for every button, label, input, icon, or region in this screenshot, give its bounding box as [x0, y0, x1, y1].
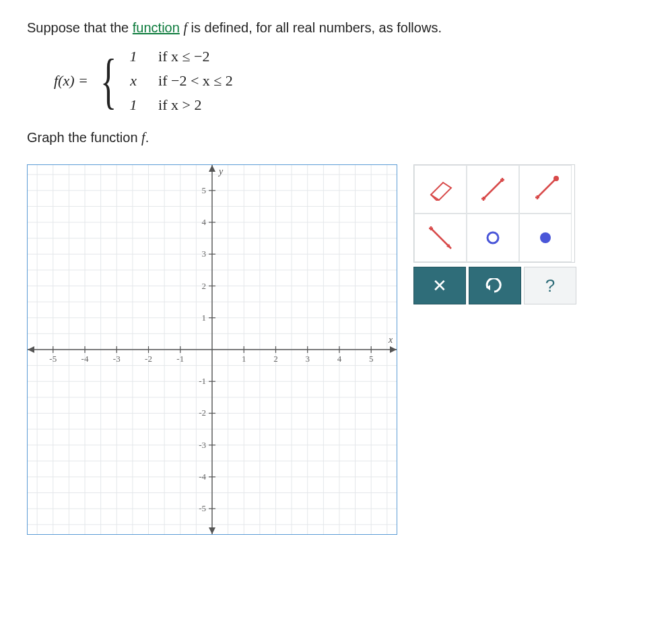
closed-point-tool[interactable] — [519, 214, 572, 262]
svg-text:3: 3 — [305, 354, 310, 364]
lhs: f(x) = — [54, 72, 88, 90]
brace: { — [100, 53, 116, 109]
svg-text:3: 3 — [202, 249, 207, 259]
svg-line-99 — [537, 180, 555, 197]
svg-marker-50 — [209, 165, 215, 172]
svg-text:x: x — [388, 335, 393, 345]
segment-open-closed-tool[interactable] — [519, 165, 572, 214]
undo-button[interactable] — [469, 267, 521, 304]
prompt2-post: . — [145, 130, 149, 145]
svg-text:-4: -4 — [81, 354, 89, 364]
svg-text:1: 1 — [242, 354, 246, 364]
svg-text:-5: -5 — [49, 354, 57, 364]
svg-marker-49 — [28, 346, 34, 353]
svg-text:4: 4 — [202, 217, 207, 227]
function-link[interactable]: function — [133, 20, 180, 35]
svg-text:1: 1 — [202, 313, 207, 323]
graph-canvas[interactable]: -5-4-3-2-112345-5-4-3-2-112345xy — [27, 164, 397, 535]
case-3-value: 1 — [127, 96, 139, 114]
svg-text:-3: -3 — [199, 440, 206, 450]
case-1-condition: if x ≤ −2 — [158, 48, 233, 65]
svg-text:y: y — [217, 166, 224, 176]
svg-text:-4: -4 — [199, 472, 206, 482]
question-intro: Suppose that the function f is defined, … — [27, 20, 645, 36]
svg-text:-2: -2 — [145, 354, 152, 364]
clear-button[interactable]: ✕ — [413, 267, 466, 304]
piecewise-definition: f(x) = { 1 if x ≤ −2 x if −2 < x ≤ 2 1 i… — [54, 48, 645, 114]
segment-closed-endpoints-tool[interactable] — [467, 165, 519, 214]
prompt2-pre: Graph the function — [27, 130, 141, 145]
intro-post: is defined, for all real numbers, as fol… — [187, 20, 442, 35]
svg-marker-51 — [209, 527, 215, 534]
svg-marker-48 — [390, 346, 397, 353]
ray-tool[interactable] — [414, 214, 467, 262]
case-1-value: 1 — [127, 48, 139, 65]
svg-text:2: 2 — [273, 354, 278, 364]
case-2-condition: if −2 < x ≤ 2 — [158, 72, 233, 90]
toolbox: ✕ ? — [413, 164, 575, 304]
svg-text:-1: -1 — [199, 376, 206, 386]
case-3-condition: if x > 2 — [158, 96, 233, 114]
svg-point-109 — [488, 232, 498, 243]
svg-point-110 — [540, 232, 551, 243]
eraser-tool[interactable] — [414, 165, 467, 214]
svg-text:5: 5 — [369, 354, 374, 364]
graph-prompt: Graph the function f. — [27, 130, 645, 145]
svg-text:5: 5 — [202, 185, 207, 195]
svg-text:-5: -5 — [199, 503, 206, 513]
svg-text:4: 4 — [337, 354, 342, 364]
case-2-value: x — [127, 72, 139, 90]
open-point-tool[interactable] — [467, 214, 519, 262]
svg-text:-3: -3 — [113, 354, 121, 364]
svg-line-94 — [483, 180, 502, 199]
svg-text:-1: -1 — [176, 354, 184, 364]
help-button[interactable]: ? — [524, 267, 576, 304]
intro-pre: Suppose that the — [27, 20, 133, 35]
svg-text:2: 2 — [202, 281, 207, 291]
svg-text:-2: -2 — [199, 408, 206, 418]
